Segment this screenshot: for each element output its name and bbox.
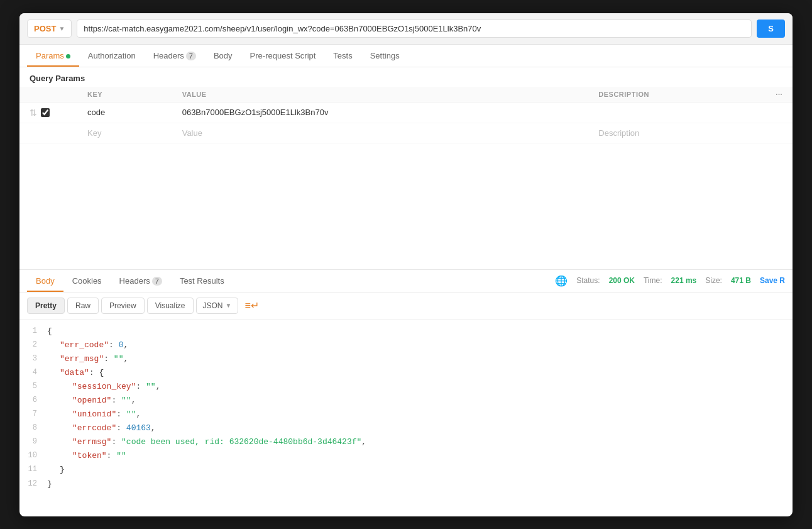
tab-settings[interactable]: Settings — [361, 45, 409, 67]
row-controls: ⇅ — [30, 108, 67, 118]
param-value[interactable]: 063Bn7000EBGzO1sj5000E1Llk3Bn70v — [172, 102, 589, 123]
param-key[interactable]: code — [77, 102, 172, 123]
response-tab-cookies[interactable]: Cookies — [63, 270, 111, 292]
json-viewer: 1 { 2 "err_code": 0, 3 "err_msg": "", 4 … — [19, 320, 793, 496]
json-line-12: 12 } — [19, 477, 793, 491]
empty-description[interactable]: Description — [588, 123, 765, 143]
json-line-7: 7 "unionid": "", — [19, 408, 793, 421]
visualize-button[interactable]: Visualize — [147, 298, 194, 314]
params-table: KEY VALUE DESCRIPTION ··· ⇅ code 063Bn70… — [19, 87, 793, 143]
app-window: POST ▼ S Params Authorization Headers7 B… — [19, 13, 793, 516]
status-label: Status: — [576, 276, 600, 285]
size-value: 471 B — [731, 276, 751, 285]
format-select[interactable]: JSON ▼ — [196, 298, 239, 314]
empty-space — [19, 143, 793, 257]
response-meta: 🌐 Status: 200 OK Time: 221 ms Size: 471 … — [555, 275, 785, 287]
tab-prerequest[interactable]: Pre-request Script — [241, 45, 325, 67]
size-label: Size: — [705, 276, 722, 285]
params-dot — [66, 54, 70, 58]
time-value: 221 ms — [671, 276, 697, 285]
table-row: ⇅ code 063Bn7000EBGzO1sj5000E1Llk3Bn70v — [19, 102, 793, 123]
json-line-1: 1 { — [19, 325, 793, 338]
json-line-6: 6 "openid": "", — [19, 394, 793, 408]
json-line-10: 10 "token": "" — [19, 449, 793, 463]
response-tab-body[interactable]: Body — [27, 270, 63, 292]
tab-params[interactable]: Params — [27, 45, 79, 67]
empty-value[interactable]: Value — [172, 123, 589, 143]
method-label: POST — [34, 24, 56, 33]
col-key: KEY — [77, 87, 172, 103]
response-tab-headers[interactable]: Headers7 — [111, 270, 171, 292]
col-value: VALUE — [172, 87, 589, 103]
tab-tests[interactable]: Tests — [324, 45, 361, 67]
raw-button[interactable]: Raw — [67, 298, 99, 314]
preview-button[interactable]: Preview — [101, 298, 145, 314]
method-select[interactable]: POST ▼ — [27, 19, 72, 38]
chevron-down-icon: ▼ — [226, 302, 232, 309]
tab-body[interactable]: Body — [205, 45, 241, 67]
save-response-button[interactable]: Save R — [760, 276, 785, 285]
row-checkbox[interactable] — [41, 108, 50, 117]
col-actions: ··· — [765, 87, 793, 103]
headers-badge: 7 — [186, 52, 196, 60]
response-headers-badge: 7 — [152, 277, 162, 286]
url-input[interactable] — [77, 19, 752, 38]
send-button[interactable]: S — [757, 19, 785, 38]
json-line-9: 9 "errmsg": "code been used, rid: 632620… — [19, 435, 793, 449]
json-line-11: 11 } — [19, 463, 793, 477]
globe-icon: 🌐 — [555, 275, 568, 287]
response-section: Body Cookies Headers7 Test Results 🌐 Sta… — [19, 270, 793, 496]
sort-icon[interactable]: ⇅ — [30, 108, 37, 118]
col-controls — [19, 87, 77, 103]
json-line-8: 8 "errcode": 40163, — [19, 421, 793, 435]
time-label: Time: — [644, 276, 662, 285]
format-bar: Pretty Raw Preview Visualize JSON ▼ ≡↵ — [19, 292, 793, 320]
response-tab-testresults[interactable]: Test Results — [171, 270, 233, 292]
url-bar: POST ▼ S — [19, 13, 793, 45]
col-description: DESCRIPTION — [588, 87, 765, 103]
json-line-3: 3 "err_msg": "", — [19, 352, 793, 366]
pretty-button[interactable]: Pretty — [27, 298, 65, 314]
json-line-5: 5 "session_key": "", — [19, 380, 793, 394]
tab-authorization[interactable]: Authorization — [79, 45, 145, 67]
empty-key[interactable]: Key — [77, 123, 172, 143]
response-tabs: Body Cookies Headers7 Test Results 🌐 Sta… — [19, 270, 793, 292]
query-params-label: Query Params — [19, 67, 793, 87]
json-line-2: 2 "err_code": 0, — [19, 338, 793, 352]
request-tabs: Params Authorization Headers7 Body Pre-r… — [19, 45, 793, 67]
chevron-down-icon: ▼ — [58, 25, 65, 32]
status-value: 200 OK — [609, 276, 635, 285]
wrap-icon[interactable]: ≡↵ — [244, 299, 258, 311]
json-line-4: 4 "data": { — [19, 366, 793, 380]
param-description[interactable] — [588, 102, 765, 123]
table-empty-row: Key Value Description — [19, 123, 793, 143]
tab-headers[interactable]: Headers7 — [145, 45, 205, 67]
